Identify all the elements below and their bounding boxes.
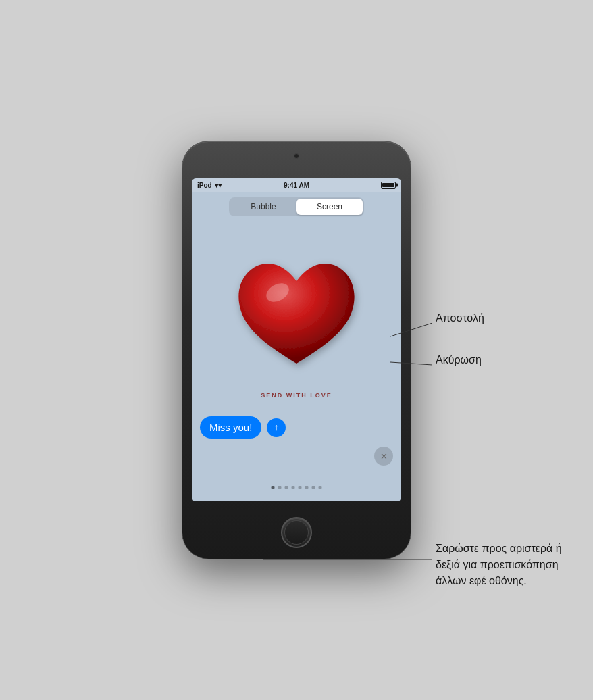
message-bubble: Miss you! [200, 416, 261, 439]
dot-7 [312, 486, 315, 489]
cancel-area: ✕ [192, 444, 401, 468]
cancel-button[interactable]: ✕ [374, 447, 393, 466]
page-container: iPod ▾▾ 9:41 AM Bubble Screen [0, 0, 593, 700]
ipod-device: iPod ▾▾ 9:41 AM Bubble Screen [182, 141, 411, 559]
page-dots [272, 486, 322, 489]
status-right [381, 182, 396, 189]
heart-graphic [229, 249, 364, 384]
cancel-x-icon: ✕ [380, 451, 388, 461]
dot-4 [292, 486, 295, 489]
dot-6 [305, 486, 309, 489]
battery-icon [381, 182, 396, 189]
send-button[interactable]: ↑ [267, 418, 286, 437]
dot-3 [285, 486, 288, 489]
status-bar: iPod ▾▾ 9:41 AM [192, 178, 401, 192]
dot-8 [319, 486, 322, 489]
bubble-tab[interactable]: Bubble [230, 199, 296, 215]
screen-tab[interactable]: Screen [296, 199, 363, 215]
dot-2 [278, 486, 282, 489]
status-left: iPod ▾▾ [197, 182, 222, 189]
segmented-control[interactable]: Bubble Screen [229, 197, 364, 216]
dot-1 [272, 486, 275, 489]
battery-fill [382, 183, 394, 187]
send-annotation: Αποστολή [436, 312, 484, 324]
send-arrow-icon: ↑ [274, 422, 279, 432]
bubble-area: Miss you! ↑ [192, 411, 401, 444]
dot-5 [299, 486, 302, 489]
swipe-annotation: Σαρώστε προς αριστερά ή δεξιά για προεπι… [436, 541, 562, 589]
wifi-icon: ▾▾ [215, 182, 222, 189]
carrier-label: iPod [197, 182, 212, 189]
time-label: 9:41 AM [284, 182, 309, 189]
front-camera [294, 153, 299, 159]
send-with-love-label: SEND WITH LOVE [261, 392, 332, 399]
home-button-inner [284, 520, 309, 545]
cancel-annotation: Ακύρωση [436, 354, 482, 366]
heart-area: SEND WITH LOVE [192, 222, 401, 411]
home-button[interactable] [281, 517, 312, 548]
screen: iPod ▾▾ 9:41 AM Bubble Screen [192, 178, 401, 501]
